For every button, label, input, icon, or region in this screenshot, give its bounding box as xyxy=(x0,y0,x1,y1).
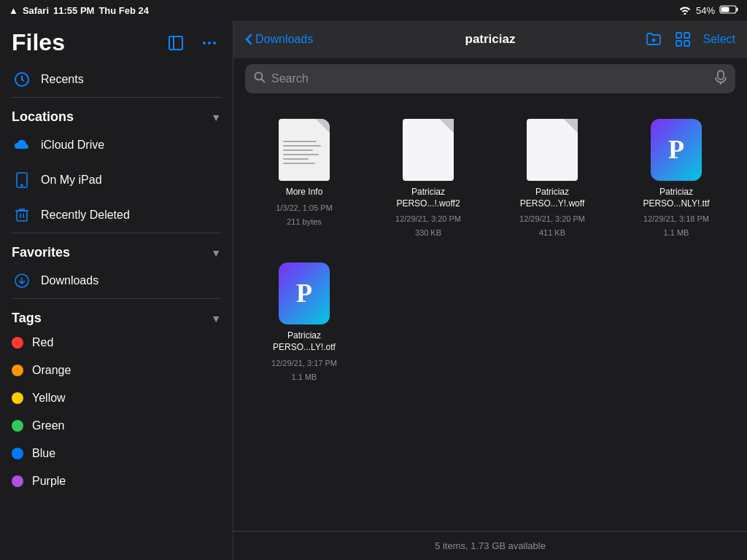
more-options-button[interactable] xyxy=(198,31,221,55)
sidebar-toggle-button[interactable] xyxy=(164,31,187,55)
sidebar-item-tag-green[interactable]: Green xyxy=(0,412,233,440)
sidebar-item-tag-red[interactable]: Red xyxy=(0,329,233,357)
file-size-woff: 411 KB xyxy=(539,228,565,237)
content-navbar: Downloads patriciaz xyxy=(233,20,747,58)
recents-label: Recents xyxy=(41,73,84,86)
locations-chevron-icon: ▼ xyxy=(211,112,221,123)
sidebar-item-tag-yellow[interactable]: Yellow xyxy=(0,384,233,412)
ipad-icon xyxy=(12,170,32,190)
file-name-otf: Patriciaz PERSO...LY!.otf xyxy=(264,330,344,353)
sidebar-header-icons xyxy=(164,31,221,55)
search-bar-container xyxy=(233,58,747,99)
tags-chevron-icon: ▼ xyxy=(211,313,221,324)
sidebar-item-recents[interactable]: Recents xyxy=(0,62,233,97)
file-icon-more-info xyxy=(275,117,333,182)
file-icon-otf: P xyxy=(275,260,333,326)
file-date-woff2: 12/29/21, 3:20 PM xyxy=(395,214,461,224)
items-count-text: 5 items, 1.73 GB available xyxy=(435,540,546,551)
orange-dot xyxy=(12,365,23,376)
svg-rect-19 xyxy=(684,33,689,38)
signal-icon: ▲ xyxy=(9,5,18,16)
status-time: 11:55 PM xyxy=(53,5,94,16)
favorites-chevron-icon: ▼ xyxy=(211,247,221,259)
content-area: Downloads patriciaz xyxy=(233,20,747,560)
sidebar-title: Files xyxy=(12,29,65,56)
sidebar-item-recently-deleted[interactable]: Recently Deleted xyxy=(0,198,233,233)
yellow-dot xyxy=(12,392,23,404)
select-button[interactable]: Select xyxy=(703,33,735,46)
green-dot xyxy=(12,420,23,432)
favorites-section-header[interactable]: Favorites ▼ xyxy=(0,233,233,263)
sidebar-item-downloads[interactable]: Downloads xyxy=(0,263,233,298)
back-button[interactable]: Downloads xyxy=(245,33,313,46)
main-layout: Files xyxy=(0,20,747,560)
sidebar-item-tag-purple[interactable]: Purple xyxy=(0,467,233,495)
downloads-label: Downloads xyxy=(41,274,98,287)
sidebar: Files xyxy=(0,20,233,560)
sidebar-item-on-my-ipad[interactable]: On My iPad xyxy=(0,163,233,198)
file-date-otf: 12/29/21, 3:17 PM xyxy=(271,358,337,368)
on-my-ipad-label: On My iPad xyxy=(41,174,102,187)
recently-deleted-label: Recently Deleted xyxy=(41,209,130,222)
tag-yellow-label: Yellow xyxy=(32,392,66,405)
locations-section-header[interactable]: Locations ▼ xyxy=(0,98,233,128)
file-item-woff2[interactable]: Patriciaz PERSO...!.woff2 12/29/21, 3:20… xyxy=(369,111,487,243)
svg-rect-1 xyxy=(737,7,738,11)
file-name-woff: Patriciaz PERSO...Y!.woff xyxy=(512,187,592,209)
file-item-ttf[interactable]: P Patriciaz PERSO...NLY!.ttf 12/29/21, 3… xyxy=(617,111,735,243)
sidebar-item-tag-orange[interactable]: Orange xyxy=(0,357,233,384)
svg-rect-2 xyxy=(721,7,729,12)
svg-rect-20 xyxy=(676,41,681,46)
svg-point-22 xyxy=(255,73,263,80)
svg-point-7 xyxy=(213,42,216,44)
status-bar: ▲ Safari 11:55 PM Thu Feb 24 54% xyxy=(0,0,747,20)
file-date-ttf: 12/29/21, 3:18 PM xyxy=(643,214,709,224)
purple-dot xyxy=(12,475,23,487)
locations-label: Locations xyxy=(12,109,74,125)
status-left: ▲ Safari 11:55 PM Thu Feb 24 xyxy=(9,5,149,16)
file-item-otf[interactable]: P Patriciaz PERSO...LY!.otf 12/29/21, 3:… xyxy=(245,254,363,386)
nav-right: Select xyxy=(645,31,735,48)
tag-red-label: Red xyxy=(32,336,53,349)
select-label: Select xyxy=(703,33,735,46)
file-item-more-info[interactable]: More Info 1/3/22, 1:05 PM 211 bytes xyxy=(245,111,363,243)
file-icon-woff2 xyxy=(399,117,457,182)
search-input[interactable] xyxy=(271,72,709,85)
tag-purple-label: Purple xyxy=(32,475,66,488)
svg-rect-3 xyxy=(169,36,182,50)
tag-orange-label: Orange xyxy=(32,364,71,377)
sidebar-header: Files xyxy=(0,20,233,62)
wifi-icon xyxy=(678,4,692,17)
trash-icon xyxy=(12,205,32,225)
microphone-icon[interactable] xyxy=(715,70,727,88)
tags-section-header[interactable]: Tags ▼ xyxy=(0,299,233,329)
clock-icon xyxy=(12,69,32,90)
search-icon xyxy=(254,71,266,86)
file-date-more-info: 1/3/22, 1:05 PM xyxy=(276,203,333,213)
file-name-more-info: More Info xyxy=(286,187,323,198)
svg-rect-24 xyxy=(718,71,724,79)
tag-blue-label: Blue xyxy=(32,447,55,460)
svg-point-6 xyxy=(208,42,211,44)
blue-dot xyxy=(12,448,23,459)
file-size-ttf: 1.1 MB xyxy=(664,228,689,237)
sidebar-item-tag-blue[interactable]: Blue xyxy=(0,440,233,467)
svg-point-10 xyxy=(21,184,23,186)
nav-title: patriciaz xyxy=(465,32,516,47)
tag-green-label: Green xyxy=(32,419,64,432)
download-circle-icon xyxy=(12,271,32,291)
file-size-otf: 1.1 MB xyxy=(292,373,317,381)
battery-icon xyxy=(719,4,738,17)
bottom-status-bar: 5 items, 1.73 GB available xyxy=(233,531,747,560)
view-toggle-button[interactable] xyxy=(674,31,692,48)
search-bar xyxy=(245,64,735,93)
file-name-woff2: Patriciaz PERSO...!.woff2 xyxy=(388,187,468,209)
new-folder-button[interactable] xyxy=(645,31,662,48)
battery-text: 54% xyxy=(696,5,715,16)
red-dot xyxy=(12,337,23,349)
file-size-more-info: 211 bytes xyxy=(287,217,322,226)
status-right: 54% xyxy=(678,4,738,17)
app-name: Safari xyxy=(23,5,49,16)
sidebar-item-icloud-drive[interactable]: iCloud Drive xyxy=(0,128,233,163)
file-item-woff[interactable]: Patriciaz PERSO...Y!.woff 12/29/21, 3:20… xyxy=(493,111,611,243)
